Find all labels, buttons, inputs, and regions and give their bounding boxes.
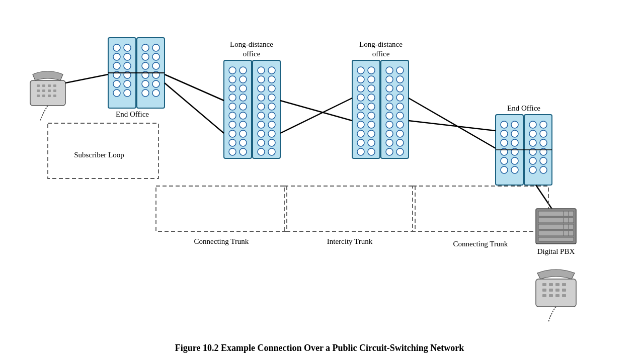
svg-point-33 [152,62,159,69]
svg-point-108 [386,76,393,83]
switch-end-office-left [108,38,165,108]
svg-rect-171 [562,283,566,286]
svg-point-115 [396,103,404,110]
svg-rect-179 [562,294,566,297]
svg-rect-85 [381,60,409,158]
svg-rect-5 [53,84,56,87]
svg-point-52 [229,103,236,110]
svg-point-122 [386,139,393,146]
svg-point-95 [368,103,375,110]
label-digital-pbx: Digital PBX [537,247,575,255]
svg-point-63 [239,148,247,155]
svg-point-101 [368,130,375,137]
svg-point-32 [142,62,149,69]
svg-rect-169 [549,283,553,286]
svg-point-76 [258,121,265,128]
svg-point-138 [501,166,508,173]
digital-pbx [536,209,576,244]
switch-long-distance-left [224,60,280,158]
svg-rect-12 [48,95,51,97]
svg-rect-176 [542,294,546,297]
svg-point-66 [258,76,265,83]
label-end-office-right: End Office [507,104,540,112]
svg-point-116 [386,112,393,119]
svg-rect-173 [549,289,553,292]
svg-point-128 [501,121,508,128]
svg-rect-7 [42,89,45,92]
svg-point-77 [268,121,275,128]
svg-point-83 [268,148,275,155]
svg-rect-178 [555,294,560,297]
svg-rect-11 [42,95,45,97]
svg-point-93 [368,94,375,101]
svg-point-114 [386,103,393,110]
svg-point-89 [368,76,375,83]
svg-point-135 [511,148,518,155]
svg-point-125 [396,148,404,155]
svg-point-30 [142,53,149,60]
svg-point-133 [511,139,518,146]
svg-point-48 [229,85,236,92]
svg-point-106 [386,67,393,74]
label-long-distance-left-line2: office [243,50,261,58]
svg-rect-42 [224,60,252,158]
svg-point-68 [258,85,265,92]
svg-point-129 [511,121,518,128]
svg-point-94 [357,103,364,110]
svg-point-113 [396,94,404,101]
svg-rect-9 [53,89,56,92]
svg-point-107 [396,67,404,74]
svg-point-98 [357,121,364,128]
svg-point-20 [113,62,120,69]
svg-point-38 [142,89,149,97]
svg-point-139 [511,166,518,173]
svg-point-120 [386,130,393,137]
svg-point-47 [239,76,247,83]
figure-caption: Figure 10.2 Example Connection Over a Pu… [175,343,464,353]
label-long-distance-right-line1: Long-distance [359,40,403,48]
svg-point-131 [511,130,518,137]
svg-point-17 [124,44,131,51]
svg-point-54 [229,112,236,119]
svg-point-137 [511,157,518,164]
svg-rect-2 [37,84,40,87]
svg-point-96 [357,112,364,119]
svg-point-149 [540,157,547,164]
svg-point-73 [268,103,275,110]
svg-point-19 [124,53,131,60]
svg-point-75 [268,112,275,119]
svg-point-39 [152,89,159,97]
svg-point-140 [529,121,536,128]
svg-point-45 [239,67,247,74]
svg-point-50 [229,94,236,101]
svg-point-18 [113,53,120,60]
svg-rect-174 [555,289,560,292]
svg-point-142 [529,130,536,137]
svg-point-100 [357,130,364,137]
svg-point-90 [357,85,364,92]
svg-point-97 [368,112,375,119]
svg-rect-6 [37,89,40,92]
svg-point-148 [529,157,536,164]
svg-point-118 [386,121,393,128]
svg-point-56 [229,121,236,128]
svg-point-143 [540,130,547,137]
switch-end-office-right [496,115,552,185]
svg-point-82 [258,148,265,155]
svg-point-132 [501,139,508,146]
svg-point-111 [396,85,404,92]
svg-point-147 [540,148,547,155]
svg-point-58 [229,130,236,137]
svg-point-151 [540,166,547,173]
label-intercity-trunk: Intercity Trunk [327,237,373,245]
svg-point-36 [142,80,149,87]
svg-rect-177 [549,294,553,297]
svg-point-57 [239,121,247,128]
svg-point-64 [258,67,265,74]
svg-point-88 [357,76,364,83]
svg-point-141 [540,121,547,128]
svg-point-27 [124,89,131,97]
svg-rect-10 [37,95,40,97]
svg-point-67 [268,76,275,83]
svg-point-87 [368,67,375,74]
